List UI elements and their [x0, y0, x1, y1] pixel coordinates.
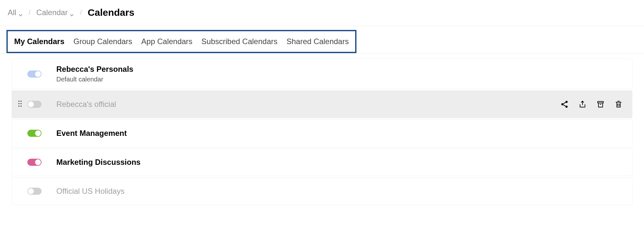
- calendar-list: Rebecca's Personals Default calendar Reb…: [0, 53, 644, 205]
- tab-my-calendars[interactable]: My Calendars: [14, 37, 64, 46]
- toggle-knob: [28, 101, 34, 107]
- calendar-toggle[interactable]: [27, 159, 42, 166]
- delete-icon[interactable]: [614, 100, 623, 109]
- svg-point-15: [565, 101, 568, 103]
- calendar-row[interactable]: Event Management: [12, 119, 632, 147]
- svg-point-12: [21, 103, 22, 104]
- calendar-row[interactable]: Rebecca's official: [12, 90, 632, 118]
- tab-app-calendars[interactable]: App Calendars: [141, 37, 193, 46]
- calendar-toggle[interactable]: [27, 188, 42, 195]
- svg-point-16: [561, 103, 564, 106]
- svg-point-13: [18, 106, 20, 107]
- calendar-toggle[interactable]: [27, 101, 42, 108]
- toggle-knob: [35, 159, 41, 165]
- svg-point-9: [18, 101, 20, 102]
- breadcrumb-root-label: All: [8, 8, 16, 17]
- share-icon[interactable]: [560, 100, 569, 109]
- calendar-toggle: [27, 70, 42, 78]
- archive-icon[interactable]: [596, 100, 605, 109]
- row-actions: [560, 100, 626, 109]
- calendar-row[interactable]: Official US Holidays: [12, 177, 632, 205]
- breadcrumb: All / Calendar / Calendars: [0, 0, 644, 26]
- svg-point-14: [21, 106, 22, 107]
- tab-group-calendars[interactable]: Group Calendars: [73, 37, 132, 46]
- page-title: Calendars: [88, 7, 134, 18]
- breadcrumb-root[interactable]: All: [8, 8, 23, 17]
- breadcrumb-parent-label: Calendar: [36, 8, 68, 17]
- calendar-name: Rebecca's Personals: [56, 65, 560, 74]
- calendar-name: Rebecca's official: [56, 100, 560, 109]
- svg-point-10: [21, 101, 22, 102]
- breadcrumb-parent[interactable]: Calendar: [36, 8, 74, 17]
- chevron-down-icon: [18, 10, 23, 15]
- export-icon[interactable]: [578, 100, 587, 109]
- tab-subscribed-calendars[interactable]: Subscribed Calendars: [202, 37, 278, 46]
- tab-shared-calendars[interactable]: Shared Calendars: [287, 37, 349, 46]
- calendar-subtitle: Default calendar: [56, 76, 560, 83]
- drag-handle-icon[interactable]: [18, 100, 22, 108]
- calendar-row[interactable]: Marketing Discussions: [12, 148, 632, 176]
- calendar-name: Marketing Discussions: [56, 158, 560, 167]
- breadcrumb-separator: /: [80, 8, 82, 17]
- chevron-down-icon: [70, 10, 74, 15]
- toggle-knob: [28, 188, 34, 194]
- tabs: My Calendars Group Calendars App Calenda…: [6, 30, 356, 53]
- calendar-name: Official US Holidays: [56, 187, 560, 196]
- breadcrumb-separator: /: [29, 8, 31, 17]
- toggle-knob: [35, 130, 41, 136]
- calendar-row[interactable]: Rebecca's Personals Default calendar: [12, 59, 632, 89]
- svg-point-17: [565, 106, 568, 108]
- calendar-name: Event Management: [56, 129, 560, 138]
- tabs-container: My Calendars Group Calendars App Calenda…: [0, 26, 644, 53]
- svg-point-11: [18, 103, 20, 104]
- toggle-knob: [35, 71, 41, 77]
- calendar-toggle[interactable]: [27, 130, 42, 137]
